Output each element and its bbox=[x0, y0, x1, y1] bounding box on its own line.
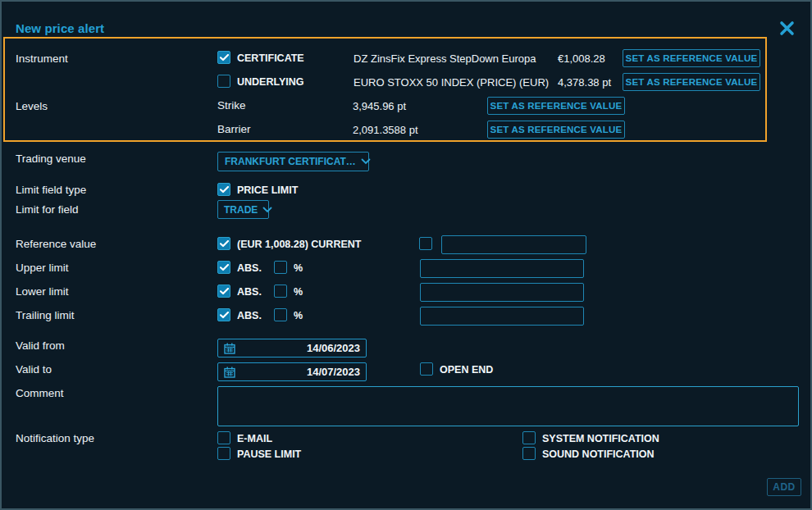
trailing-limit-label: Trailing limit bbox=[16, 309, 75, 321]
valid-to-label: Valid to bbox=[16, 363, 52, 376]
trailing-limit-pct-checkbox[interactable] bbox=[274, 308, 287, 321]
pause-limit-checkbox-label: PAUSE LIMIT bbox=[237, 449, 301, 460]
add-button[interactable]: ADD bbox=[767, 478, 801, 496]
reference-current-checkbox[interactable] bbox=[217, 237, 230, 250]
valid-from-label: Valid from bbox=[16, 339, 65, 352]
underlying-name: EURO STOXX 50 INDEX (PRICE) (EUR) bbox=[354, 76, 549, 89]
lower-limit-label: Lower limit bbox=[16, 285, 69, 298]
underlying-set-reference-button[interactable]: SET AS REFERENCE VALUE bbox=[623, 73, 760, 91]
upper-limit-input[interactable] bbox=[420, 259, 584, 278]
underlying-checkbox-label: UNDERLYING bbox=[237, 76, 304, 88]
check-icon bbox=[220, 240, 229, 248]
email-checkbox[interactable] bbox=[217, 431, 230, 444]
upper-limit-pct-checkbox[interactable] bbox=[274, 261, 287, 274]
system-notification-checkbox-label: SYSTEM NOTIFICATION bbox=[542, 433, 659, 444]
price-limit-checkbox-label: PRICE LIMIT bbox=[237, 184, 298, 196]
sound-notification-checkbox-label: SOUND NOTIFICATION bbox=[542, 449, 655, 460]
close-icon[interactable] bbox=[778, 20, 796, 37]
barrier-value: 2,091.3588 pt bbox=[353, 124, 418, 136]
check-icon bbox=[220, 288, 229, 295]
valid-to-datefield[interactable]: 14/07/2023 bbox=[217, 362, 367, 381]
instrument-label: Instrument bbox=[16, 52, 68, 65]
certificate-checkbox[interactable] bbox=[217, 51, 230, 64]
calendar-icon bbox=[224, 367, 235, 378]
trading-venue-label: Trading venue bbox=[16, 153, 86, 165]
upper-limit-abs-checkbox[interactable] bbox=[217, 261, 230, 274]
underlying-price: 4,378.38 pt bbox=[558, 76, 611, 89]
open-end-checkbox-label: OPEN END bbox=[440, 364, 493, 376]
comment-textarea[interactable] bbox=[217, 386, 799, 426]
open-end-checkbox[interactable] bbox=[420, 362, 433, 376]
limit-for-field-selected: TRADE bbox=[224, 204, 258, 216]
limit-for-field-dropdown[interactable]: TRADE bbox=[217, 200, 269, 219]
lower-limit-abs-checkbox[interactable] bbox=[217, 285, 230, 298]
upper-limit-abs-label: ABS. bbox=[237, 262, 262, 274]
certificate-name: DZ ZinsFix Express StepDown Europa bbox=[354, 52, 536, 65]
reference-value-label: Reference value bbox=[16, 238, 96, 250]
valid-to-value: 14/07/2023 bbox=[307, 366, 360, 378]
limit-field-type-label: Limit field type bbox=[16, 184, 86, 196]
reference-custom-checkbox[interactable] bbox=[419, 237, 432, 250]
reference-current-checkbox-label: (EUR 1,008.28) CURRENT bbox=[237, 239, 361, 250]
barrier-set-reference-button[interactable]: SET AS REFERENCE VALUE bbox=[487, 121, 625, 139]
upper-limit-label: Upper limit bbox=[16, 262, 69, 274]
trailing-limit-abs-checkbox[interactable] bbox=[217, 308, 230, 321]
system-notification-checkbox[interactable] bbox=[522, 431, 536, 444]
comment-label: Comment bbox=[16, 387, 64, 399]
trading-venue-dropdown[interactable]: FRANKFURT CERTIFICAT… bbox=[217, 152, 369, 171]
check-icon bbox=[220, 54, 229, 61]
page-title: New price alert bbox=[16, 21, 104, 35]
trailing-limit-input[interactable] bbox=[420, 307, 584, 326]
valid-from-datefield[interactable]: 14/06/2023 bbox=[217, 339, 367, 357]
certificate-checkbox-label: CERTIFICATE bbox=[237, 52, 304, 64]
certificate-price: €1,008.28 bbox=[558, 52, 605, 65]
calendar-icon bbox=[224, 343, 235, 354]
check-icon bbox=[220, 312, 229, 319]
price-limit-checkbox[interactable] bbox=[217, 183, 230, 196]
sound-notification-checkbox[interactable] bbox=[522, 447, 536, 460]
lower-limit-input[interactable] bbox=[420, 283, 584, 302]
barrier-label: Barrier bbox=[217, 123, 251, 135]
reference-value-input[interactable] bbox=[441, 235, 586, 254]
certificate-set-reference-button[interactable]: SET AS REFERENCE VALUE bbox=[623, 49, 760, 67]
notification-type-label: Notification type bbox=[16, 432, 94, 444]
strike-set-reference-button[interactable]: SET AS REFERENCE VALUE bbox=[487, 97, 625, 115]
pause-limit-checkbox[interactable] bbox=[217, 447, 230, 460]
lower-limit-pct-label: % bbox=[294, 286, 303, 298]
underlying-checkbox[interactable] bbox=[217, 75, 230, 88]
check-icon bbox=[220, 186, 229, 194]
check-icon bbox=[220, 264, 229, 271]
strike-value: 3,945.96 pt bbox=[353, 100, 406, 112]
lower-limit-pct-checkbox[interactable] bbox=[274, 285, 287, 298]
upper-limit-pct-label: % bbox=[294, 262, 303, 274]
chevron-down-icon bbox=[262, 207, 272, 213]
limit-for-field-label: Limit for field bbox=[16, 203, 79, 216]
trailing-limit-abs-label: ABS. bbox=[237, 310, 262, 321]
lower-limit-abs-label: ABS. bbox=[237, 286, 262, 298]
email-checkbox-label: E-MAIL bbox=[237, 433, 272, 444]
trading-venue-selected: FRANKFURT CERTIFICAT… bbox=[225, 156, 356, 167]
new-price-alert-dialog: New price alert Instrument Levels CERTIF… bbox=[0, 0, 812, 510]
strike-label: Strike bbox=[217, 99, 246, 112]
trailing-limit-pct-label: % bbox=[294, 310, 303, 321]
levels-label: Levels bbox=[16, 100, 48, 112]
chevron-down-icon bbox=[361, 158, 371, 165]
valid-from-value: 14/06/2023 bbox=[307, 342, 360, 354]
